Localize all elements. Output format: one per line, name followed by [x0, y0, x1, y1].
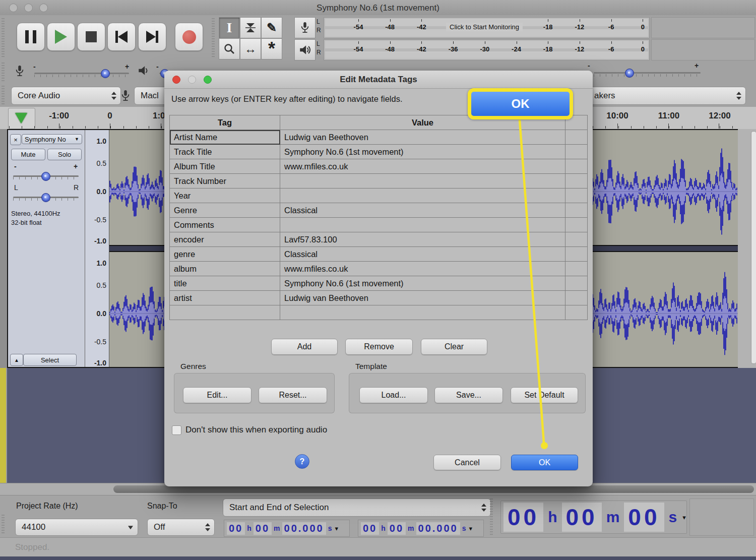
vertical-scrollbar-thumb[interactable]	[751, 131, 756, 364]
tag-cell[interactable]: Comments	[170, 218, 280, 232]
playback-meter[interactable]: -54-48-42-36-30-24-18-12-60	[324, 39, 650, 60]
tag-cell[interactable]: Track Number	[170, 174, 280, 189]
record-meter[interactable]: -54-48-42-18-12-60Click to Start Monitor…	[324, 17, 650, 38]
play-button[interactable]	[47, 23, 75, 51]
tag-cell[interactable]: title	[170, 276, 280, 291]
add-button[interactable]: Add	[271, 339, 338, 355]
value-cell[interactable]	[280, 218, 565, 232]
recording-volume-knob[interactable]	[101, 69, 110, 78]
green-triangle-pointer-icon[interactable]	[15, 113, 27, 123]
monitoring-overlay[interactable]: Click to Start Monitoring	[446, 23, 523, 31]
toolbar-grip[interactable]	[2, 18, 5, 57]
ok-button[interactable]: OK	[511, 455, 578, 470]
remove-button[interactable]: Remove	[345, 339, 413, 355]
draw-tool-button[interactable]: ✎	[261, 17, 282, 38]
save-template-button[interactable]: Save...	[434, 387, 503, 403]
chevron-down-icon[interactable]: ▾	[682, 514, 686, 521]
play-speed-knob[interactable]	[625, 69, 634, 78]
help-button[interactable]: ?	[295, 454, 309, 469]
selection-start-field[interactable]: 00h00m00.000s▾	[224, 520, 350, 537]
record-button[interactable]	[175, 23, 203, 51]
ok-callout-highlight[interactable]: OK	[468, 88, 573, 119]
selection-mode-select[interactable]: Start and End of Selection	[223, 499, 491, 517]
vertical-scrollbar[interactable]	[738, 129, 756, 368]
reset-genres-button[interactable]: Reset...	[259, 387, 327, 403]
recording-volume-slider[interactable]	[34, 73, 129, 74]
toolbar-grip[interactable]	[2, 63, 5, 82]
value-cell[interactable]	[280, 174, 565, 189]
value-cell[interactable]: Ludwig van Beethoven	[280, 130, 565, 145]
skip-to-start-button[interactable]	[107, 23, 136, 51]
dialog-titlebar[interactable]: Edit Metadata Tags	[164, 71, 593, 89]
dont-show-checkbox[interactable]	[172, 425, 181, 435]
value-cell[interactable]: Symphony No.6 (1st movement)	[280, 276, 565, 291]
tag-cell[interactable]: artist	[170, 291, 280, 305]
value-cell[interactable]: Ludwig van Beethoven	[280, 291, 565, 305]
toolbar-grip[interactable]	[212, 18, 215, 57]
multi-tool-button[interactable]: *	[261, 38, 282, 59]
snap-to-select[interactable]: Off	[147, 519, 215, 536]
record-meter-button[interactable]	[294, 17, 316, 38]
timeline-label: -1:00	[49, 111, 69, 121]
stop-button[interactable]	[77, 23, 105, 51]
tag-cell[interactable]: Album Title	[170, 159, 280, 174]
selection-end-field[interactable]: 00h00m00.000s▾	[358, 520, 484, 537]
table-row: Comments	[170, 218, 588, 232]
chevron-down-icon[interactable]: ▾	[335, 525, 338, 532]
time-unit: h	[544, 509, 561, 526]
set-default-template-button[interactable]: Set Default	[511, 387, 578, 403]
tag-cell[interactable]: album	[170, 262, 280, 276]
table-row: Track Number	[170, 174, 588, 189]
track-close-button[interactable]: ×	[10, 134, 21, 145]
window-titlebar[interactable]: Symphony No.6 (1st movement)	[0, 0, 756, 16]
track-select-button[interactable]: Select	[23, 354, 77, 366]
project-rate-select[interactable]: 44100	[15, 519, 138, 536]
vertical-scale-ruler[interactable]: 1.00.50.0-0.5-1.01.00.50.0-0.5-1.0	[85, 130, 109, 367]
value-cell[interactable]: www.mfiles.co.uk	[280, 262, 565, 276]
timeshift-tool-button[interactable]: ↔	[240, 38, 261, 59]
time-unit: h	[245, 524, 253, 532]
tag-cell[interactable]: Genre	[170, 203, 280, 218]
solo-button[interactable]: Solo	[47, 149, 82, 160]
zoom-tool-button[interactable]	[219, 38, 240, 59]
chevron-down-icon[interactable]: ▾	[469, 525, 472, 532]
tag-cell[interactable]: genre	[170, 247, 280, 262]
toolbar-grip[interactable]	[2, 86, 5, 105]
load-template-button[interactable]: Load...	[359, 387, 428, 403]
envelope-tool-button[interactable]	[240, 17, 261, 38]
value-cell[interactable]: Lavf57.83.100	[280, 232, 565, 247]
skip-to-end-button[interactable]	[138, 23, 166, 51]
toolbar-grip[interactable]	[490, 499, 493, 535]
mute-button[interactable]: Mute	[11, 149, 45, 160]
value-cell[interactable]	[280, 189, 565, 203]
pause-button[interactable]	[17, 23, 45, 51]
value-cell[interactable]	[280, 305, 565, 320]
tag-cell[interactable]: Track Title	[170, 145, 280, 159]
toolbar-grip[interactable]	[2, 515, 5, 535]
tag-column-header[interactable]: Tag	[170, 115, 280, 130]
tag-cell[interactable]: encoder	[170, 232, 280, 247]
value-cell[interactable]: Symphony No.6 (1st movement)	[280, 145, 565, 159]
value-cell[interactable]: www.mfiles.co.uk	[280, 159, 565, 174]
play-speed-slider[interactable]	[594, 72, 701, 74]
value-cell[interactable]: Classical	[280, 203, 565, 218]
track-name-menu[interactable]: Symphony No ▼	[22, 134, 82, 144]
edit-genres-button[interactable]: Edit...	[183, 387, 251, 403]
clear-button[interactable]: Clear	[421, 339, 487, 355]
value-cell[interactable]: Classical	[280, 247, 565, 262]
tag-cell[interactable]	[170, 305, 280, 320]
gain-knob[interactable]	[41, 172, 50, 181]
scale-label: 0.5	[97, 159, 106, 167]
tag-cell[interactable]: Artist Name	[170, 130, 280, 145]
collapse-track-button[interactable]: ▲	[10, 354, 23, 366]
cancel-button[interactable]: Cancel	[433, 455, 501, 470]
table-gutter-cell	[565, 291, 588, 305]
selection-tool-button[interactable]: I	[219, 17, 240, 38]
playback-meter-button[interactable]	[294, 39, 316, 60]
tag-cell[interactable]: Year	[170, 189, 280, 203]
horizontal-scrollbar-thumb[interactable]	[113, 485, 754, 493]
audio-host-select[interactable]: Core Audio	[11, 87, 121, 105]
toolbar-empty-cell	[651, 17, 755, 38]
audio-position-display[interactable]: 00h00m00s▾	[500, 501, 687, 534]
pan-knob[interactable]	[41, 193, 50, 202]
